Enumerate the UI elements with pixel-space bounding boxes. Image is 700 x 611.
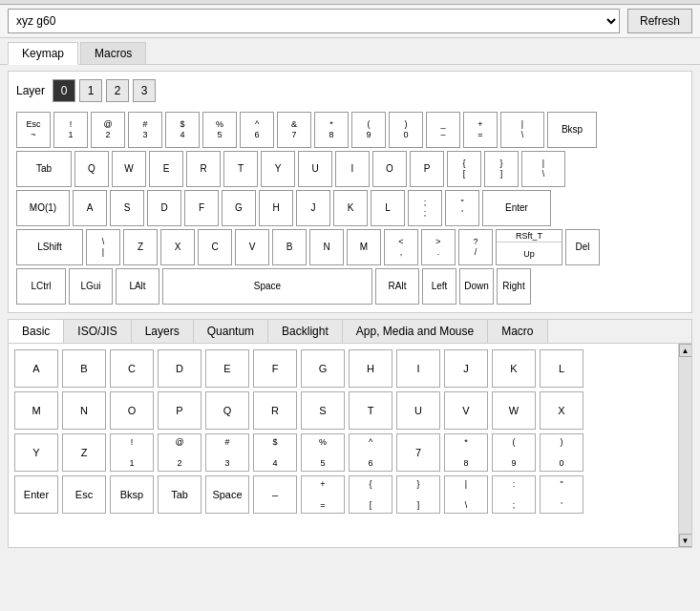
key-equal[interactable]: += (463, 112, 498, 148)
panel-key-y2[interactable]: Y (14, 433, 58, 472)
panel-key-star8[interactable]: *8 (444, 433, 488, 472)
key-e[interactable]: E (149, 151, 183, 187)
key-backslash2[interactable]: |\ (521, 151, 565, 187)
panel-key-b[interactable]: B (62, 349, 106, 388)
key-minus[interactable]: _– (426, 112, 460, 148)
key-quote[interactable]: "' (445, 190, 479, 226)
key-dot[interactable]: >. (421, 229, 456, 265)
panel-key-h[interactable]: H (349, 349, 392, 388)
key-comma[interactable]: <, (384, 229, 418, 265)
panel-key-z2[interactable]: Z (62, 433, 106, 472)
key-8[interactable]: *8 (314, 112, 349, 148)
key-down[interactable]: Down (459, 268, 494, 305)
panel-key-t2[interactable]: T (349, 391, 392, 430)
panel-key-i[interactable]: I (396, 349, 440, 388)
panel-key-w2[interactable]: W (492, 391, 536, 430)
panel-key-k[interactable]: K (492, 349, 536, 388)
key-n[interactable]: N (309, 229, 344, 265)
panel-key-caret6[interactable]: ^6 (349, 433, 392, 472)
key-5[interactable]: %5 (202, 112, 237, 148)
key-b[interactable]: B (272, 229, 307, 265)
key-4[interactable]: $4 (165, 112, 200, 148)
panel-tab-isojis[interactable]: ISO/JIS (64, 320, 131, 343)
key-2[interactable]: @2 (91, 112, 125, 148)
panel-key-dollar4[interactable]: $4 (253, 433, 297, 472)
panel-key-dash[interactable]: – (253, 475, 297, 514)
key-ralt[interactable]: RAlt (375, 268, 419, 305)
key-backspace[interactable]: Bksp (547, 112, 597, 148)
panel-key-x2[interactable]: X (540, 391, 583, 430)
key-u[interactable]: U (298, 151, 332, 187)
panel-key-d[interactable]: D (158, 349, 202, 388)
panel-key-r2[interactable]: R (253, 391, 297, 430)
key-del[interactable]: Del (565, 229, 600, 265)
panel-key-bksp2[interactable]: Bksp (110, 475, 154, 514)
panel-key-v2[interactable]: V (444, 391, 488, 430)
key-9[interactable]: (9 (351, 112, 386, 148)
panel-key-u2[interactable]: U (396, 391, 440, 430)
panel-key-rp0[interactable]: )0 (540, 433, 583, 472)
key-v[interactable]: V (235, 229, 269, 265)
key-3[interactable]: #3 (128, 112, 162, 148)
key-j[interactable]: J (296, 190, 330, 226)
key-enter[interactable]: Enter (482, 190, 551, 226)
panel-key-n[interactable]: N (62, 391, 106, 430)
panel-key-j[interactable]: J (444, 349, 488, 388)
key-mo1[interactable]: MO(1) (16, 190, 70, 226)
key-left[interactable]: Left (422, 268, 456, 305)
key-space[interactable]: Space (162, 268, 372, 305)
key-c[interactable]: C (198, 229, 232, 265)
key-esc[interactable]: Esc~ (16, 112, 51, 148)
key-w[interactable]: W (112, 151, 146, 187)
panel-tab-quantum[interactable]: Quantum (194, 320, 268, 343)
key-rbracket[interactable]: }] (484, 151, 519, 187)
panel-tab-layers[interactable]: Layers (132, 320, 194, 343)
key-g[interactable]: G (222, 190, 256, 226)
layer-btn-3[interactable]: 3 (133, 79, 156, 102)
key-p[interactable]: P (410, 151, 444, 187)
scrollbar-up-btn[interactable]: ▲ (679, 344, 692, 357)
key-k[interactable]: K (333, 190, 368, 226)
key-rsft-up[interactable]: RSft_T Up (496, 229, 562, 265)
key-1[interactable]: !1 (53, 112, 88, 148)
key-lshift[interactable]: LShift (16, 229, 83, 265)
key-h[interactable]: H (259, 190, 293, 226)
panel-key-f[interactable]: F (253, 349, 297, 388)
key-f[interactable]: F (184, 190, 219, 226)
panel-key-l[interactable]: L (540, 349, 583, 388)
key-6[interactable]: ^6 (240, 112, 274, 148)
key-lalt[interactable]: LAlt (116, 268, 159, 305)
panel-key-m[interactable]: M (14, 391, 58, 430)
key-lgui[interactable]: LGui (69, 268, 113, 305)
key-r[interactable]: R (186, 151, 221, 187)
panel-key-excl1[interactable]: !1 (110, 433, 154, 472)
panel-key-pct5[interactable]: %5 (301, 433, 345, 472)
panel-key-pipebsl[interactable]: |\ (444, 475, 488, 514)
layer-btn-1[interactable]: 1 (79, 79, 102, 102)
panel-key-enter2[interactable]: Enter (14, 475, 58, 514)
panel-key-7[interactable]: 7 (396, 433, 440, 472)
key-right[interactable]: Right (497, 268, 531, 305)
key-d[interactable]: D (147, 190, 181, 226)
scrollbar-down-btn[interactable]: ▼ (679, 534, 692, 547)
key-7[interactable]: &7 (277, 112, 311, 148)
panel-key-quotedbl[interactable]: "' (540, 475, 583, 514)
panel-key-lbr[interactable]: {[ (349, 475, 392, 514)
panel-key-esc2[interactable]: Esc (62, 475, 106, 514)
panel-key-o[interactable]: O (110, 391, 154, 430)
key-y[interactable]: Y (261, 151, 295, 187)
panel-key-space2[interactable]: Space (205, 475, 249, 514)
panel-key-colonsemi[interactable]: :; (492, 475, 536, 514)
key-x[interactable]: X (160, 229, 195, 265)
tab-macros[interactable]: Macros (80, 42, 146, 64)
key-q[interactable]: Q (74, 151, 109, 187)
key-m[interactable]: M (347, 229, 381, 265)
panel-tab-basic[interactable]: Basic (9, 320, 64, 343)
key-semicolon[interactable]: ;; (408, 190, 442, 226)
key-t[interactable]: T (223, 151, 258, 187)
panel-key-hash3[interactable]: #3 (205, 433, 249, 472)
key-tab[interactable]: Tab (16, 151, 72, 187)
panel-key-p2[interactable]: P (158, 391, 202, 430)
panel-key-lp9[interactable]: (9 (492, 433, 536, 472)
panel-key-e[interactable]: E (205, 349, 249, 388)
